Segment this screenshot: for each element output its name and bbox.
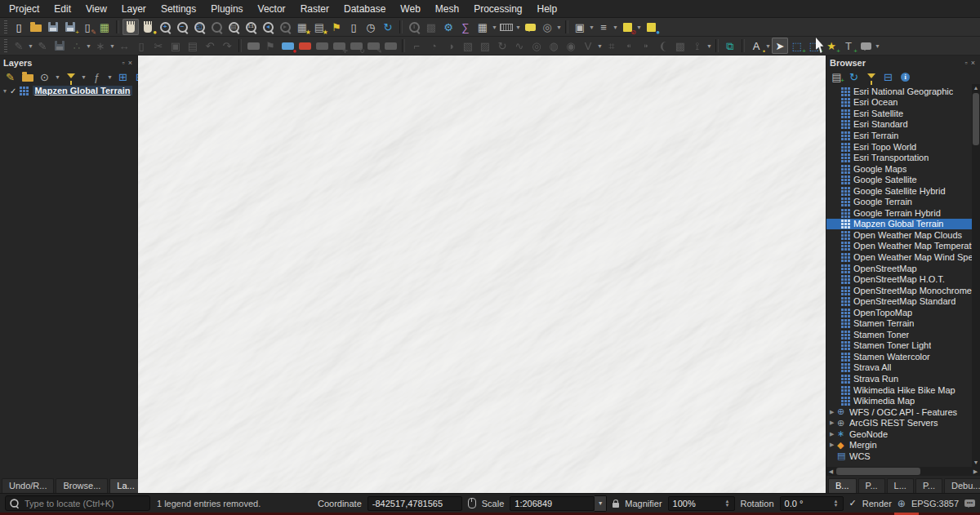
zoom-out-icon[interactable]: −	[174, 19, 190, 35]
attribute-table-icon[interactable]: ▦	[474, 19, 491, 35]
zoom-full-icon[interactable]: ◱	[191, 19, 207, 35]
menu-edit[interactable]: Edit	[47, 2, 78, 16]
grid-digitize-icon[interactable]: ▩	[672, 38, 688, 54]
crs-value[interactable]: EPSG:3857	[911, 499, 959, 508]
locate-input[interactable]	[23, 498, 132, 509]
browser-item[interactable]: Stamen Toner Light	[826, 340, 980, 352]
change-label-icon[interactable]: abc	[296, 38, 313, 54]
auto-label-icon[interactable]: A▪	[748, 38, 764, 54]
dock-tab[interactable]: P...	[858, 478, 885, 493]
digitize-with-segment-icon[interactable]: ∴	[69, 38, 85, 54]
scroll-left-icon[interactable]: ◀	[826, 468, 835, 475]
messages-icon[interactable]: •••	[964, 499, 975, 507]
pan-to-selection-icon[interactable]: ●	[140, 19, 156, 35]
new-print-layout-icon[interactable]: ▯✎	[79, 19, 96, 35]
browser-item[interactable]: Wikimedia Map	[826, 395, 980, 406]
add-ring-icon[interactable]: ◎	[528, 38, 545, 54]
zoom-to-selection-icon[interactable]	[208, 19, 225, 35]
browser-item[interactable]: ▶⊕WFS / OGC API - Features	[826, 406, 980, 418]
delete-selected-icon[interactable]: ▯	[133, 38, 149, 54]
menu-plugins[interactable]: Plugins	[203, 2, 250, 16]
add-group-icon[interactable]	[20, 70, 34, 83]
scroll-up-icon[interactable]: ▲	[973, 84, 979, 92]
layer-item-mapzen[interactable]: ▾ ✓ Mapzen Global Terrain	[0, 84, 137, 97]
new-3d-map-icon[interactable]: ▣	[572, 19, 588, 35]
digitize-with-segment-icon-dropdown[interactable]: ▼	[86, 43, 91, 49]
manage-map-themes-icon[interactable]: ⊙	[38, 70, 51, 83]
browser-item[interactable]: Esri Transportation	[826, 152, 980, 163]
add-text-annotation-icon[interactable]: T+	[840, 38, 857, 54]
browser-item[interactable]: Strava Run	[826, 373, 980, 384]
vertex-tool-icon[interactable]: V	[580, 38, 596, 54]
map-tips-icon[interactable]	[522, 19, 538, 35]
menu-raster[interactable]: Raster	[293, 2, 336, 16]
layer-labeling-icon[interactable]: abc	[245, 38, 261, 54]
filter-expression-icon[interactable]: ƒ	[90, 70, 104, 83]
show-hide-labels-icon[interactable]: abc	[314, 38, 330, 54]
browser-item[interactable]: Open Weather Map Clouds	[826, 229, 980, 241]
new-bookmark-icon[interactable]: ▦★	[294, 19, 310, 35]
browser-item[interactable]: Google Terrain Hybrid	[826, 207, 980, 219]
offset-curve-icon[interactable]: ⁌	[621, 38, 637, 54]
menu-project[interactable]: Project	[2, 2, 47, 16]
pan-map-icon[interactable]	[122, 19, 139, 35]
layer-overview-icon[interactable]: ⧉	[722, 38, 738, 54]
split-parts-icon[interactable]: ◑	[443, 38, 459, 54]
browser-item[interactable]: Esri Topo World	[826, 141, 980, 153]
zoom-next-icon[interactable]: ▸	[277, 19, 293, 35]
street-view-icon[interactable]: ⟟	[689, 38, 706, 54]
browser-item[interactable]: OpenStreetMap H.O.T.	[826, 273, 980, 285]
render-checkbox[interactable]: ✓	[849, 498, 857, 508]
extents-toggle-icon[interactable]	[468, 498, 476, 508]
rotate-point-icon[interactable]: ❨	[655, 38, 671, 54]
expand-icon[interactable]: ▶	[830, 420, 837, 426]
browser-item[interactable]: ▶◆Mergin	[826, 440, 980, 451]
project-open-icon[interactable]	[28, 19, 44, 35]
highlight-labels-icon[interactable]: abc●	[279, 38, 296, 54]
paste-features-icon[interactable]: ▤	[185, 38, 201, 54]
annotations-toggle-icon[interactable]: ⊘	[619, 19, 635, 35]
auto-label-icon-dropdown[interactable]: ▼	[765, 43, 771, 49]
refresh-map-icon[interactable]: ↻	[380, 19, 396, 35]
browser-item[interactable]: Stamen Terrain	[826, 317, 980, 329]
select-by-form-icon[interactable]: ▩	[423, 19, 439, 35]
toggle-editing-icon[interactable]: ✎	[34, 38, 51, 54]
menu-mesh[interactable]: Mesh	[428, 2, 466, 16]
current-edits-icon[interactable]: ✎	[11, 38, 27, 54]
add-feature-icon-dropdown[interactable]: ▼	[109, 43, 115, 49]
close-panel-icon[interactable]: ×	[127, 59, 134, 67]
identify-features-icon[interactable]: i	[406, 19, 422, 35]
spinner-arrows-icon[interactable]: ▲▼	[834, 499, 839, 508]
magnifier-spinbox[interactable]: 100% ▲▼	[668, 496, 735, 511]
dock-tab[interactable]: L...	[887, 478, 914, 493]
decorations-icon[interactable]: ≡	[595, 19, 612, 35]
collapse-browser-icon[interactable]: ⊟	[881, 70, 895, 83]
undo-icon[interactable]: ↶	[202, 38, 218, 54]
map-canvas[interactable]	[138, 55, 826, 493]
new-shapefile-icon[interactable]: ★+	[823, 38, 840, 54]
lock-scale-icon[interactable]	[612, 503, 619, 508]
browser-item[interactable]: Esri Terrain	[826, 130, 980, 141]
browser-item[interactable]: ▶⊕ArcGIS REST Servers	[826, 417, 980, 428]
metasearch-icon-dropdown[interactable]: ▼	[556, 24, 562, 30]
layer-checkbox[interactable]: ✓	[10, 87, 16, 95]
refresh-browser-icon[interactable]: ↻	[847, 70, 861, 83]
scroll-track[interactable]	[835, 468, 971, 475]
dock-tab[interactable]: Browse...	[56, 478, 108, 493]
vertex-tool-icon-dropdown[interactable]: ▼	[597, 43, 603, 49]
float-panel-icon[interactable]: ▫	[121, 59, 127, 67]
measure-icon-dropdown[interactable]: ▼	[515, 24, 521, 30]
rotate-label-icon[interactable]: abc↻	[348, 38, 364, 54]
browser-item[interactable]: ▶∗GeoNode	[826, 428, 980, 440]
browser-item[interactable]: Esri Ocean	[826, 97, 980, 109]
scrollbar-thumb[interactable]	[973, 93, 979, 145]
fill-ring-icon[interactable]: ◉	[563, 38, 579, 54]
trim-extend-icon[interactable]: ⌗	[604, 38, 620, 54]
browser-item[interactable]: OpenStreetMap Monochrome	[826, 285, 980, 296]
menu-layer[interactable]: Layer	[114, 2, 154, 16]
decorations-icon-dropdown[interactable]: ▼	[612, 24, 618, 30]
statistics-icon[interactable]: ∑	[457, 19, 474, 35]
scrollbar-thumb[interactable]	[836, 468, 920, 475]
save-layer-edits-icon[interactable]	[51, 38, 68, 54]
dock-tab[interactable]: Debu...	[944, 478, 980, 493]
